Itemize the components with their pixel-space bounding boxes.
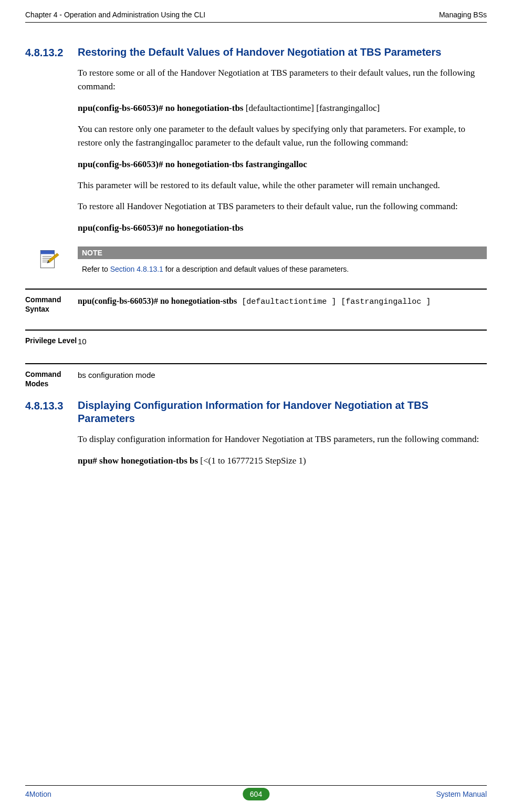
svg-rect-1 — [40, 251, 54, 254]
section-heading: 4.8.13.2 Restoring the Default Values of… — [25, 46, 487, 59]
command-syntax-row: Command Syntax npu(config-bs-66053)# no … — [25, 289, 487, 326]
header-right: Managing BSs — [439, 11, 487, 19]
command-line: npu(config-bs-66053)# no honegotiation-t… — [78, 101, 487, 115]
page-header: Chapter 4 - Operation and Administration… — [25, 11, 487, 23]
page-footer: 4Motion 604 System Manual — [25, 785, 487, 798]
note-text: Refer to Section 4.8.13.1 for a descript… — [78, 259, 487, 278]
note-link[interactable]: Section 4.8.13.1 — [110, 265, 163, 273]
footer-right[interactable]: System Manual — [436, 790, 487, 798]
command-line: npu(config-bs-66053)# no honegotiation-t… — [78, 158, 487, 171]
command-args: [defaultactiontime ] [fastrangingalloc ] — [237, 297, 431, 306]
footer-left[interactable]: 4Motion — [25, 790, 51, 798]
row-label: Privilege Level — [25, 336, 78, 347]
note-block: NOTE Refer to Section 4.8.13.1 for a des… — [25, 246, 487, 278]
body-paragraph: To restore all Handover Negotiation at T… — [78, 200, 487, 213]
command-line: npu(config-bs-66053)# no honegotiation-t… — [78, 221, 487, 235]
section-title: Restoring the Default Values of Handover… — [78, 46, 487, 59]
command-bold: npu(config-bs-66053)# no honegotiation-s… — [78, 296, 237, 305]
footer-center: 604 — [243, 788, 269, 800]
command-bold: npu# show honegotiation-tbs bs — [78, 456, 198, 466]
body-paragraph: This parameter will be restored to its d… — [78, 179, 487, 192]
command-args: [<(1 to 16777215 StepSize 1) — [198, 456, 306, 466]
note-header: NOTE — [78, 246, 487, 259]
row-value: npu(config-bs-66053)# no honegotiation-s… — [78, 295, 487, 314]
body-paragraph: To restore some or all of the Handover N… — [78, 66, 487, 94]
command-bold: npu(config-bs-66053)# no honegotiation-t… — [78, 103, 244, 113]
section-title: Displaying Configuration Information for… — [78, 399, 487, 425]
section-number: 4.8.13.3 — [25, 399, 78, 425]
note-text-part: for a description and default values of … — [163, 265, 349, 273]
privilege-level-row: Privilege Level 10 — [25, 330, 487, 360]
row-value: 10 — [78, 336, 487, 347]
row-value: bs configuration mode — [78, 369, 487, 388]
command-line: npu# show honegotiation-tbs bs [<(1 to 1… — [78, 454, 487, 468]
header-left: Chapter 4 - Operation and Administration… — [25, 11, 205, 19]
command-args: [defaultactiontime] [fastrangingalloc] — [244, 103, 380, 113]
note-text-part: Refer to — [82, 265, 110, 273]
row-label: Command Syntax — [25, 295, 78, 314]
section-heading: 4.8.13.3 Displaying Configuration Inform… — [25, 399, 487, 425]
command-modes-row: Command Modes bs configuration mode — [25, 363, 487, 396]
page-number-badge: 604 — [243, 788, 269, 800]
note-icon — [25, 246, 78, 271]
section-number: 4.8.13.2 — [25, 46, 78, 59]
row-label: Command Modes — [25, 369, 78, 388]
body-paragraph: You can restore only one parameter to th… — [78, 122, 487, 150]
body-paragraph: To display configuration information for… — [78, 433, 487, 446]
